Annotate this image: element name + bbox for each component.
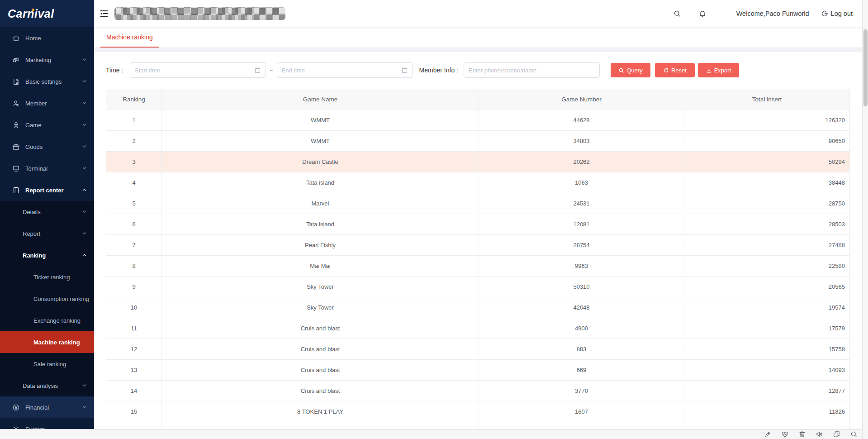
sidebar-item-ranking[interactable]: Ranking: [0, 244, 94, 266]
table-row[interactable]: 10 Sky Tower 42048 19574: [106, 297, 850, 318]
cell-ranking: 10: [106, 297, 162, 318]
goods-icon: [12, 143, 20, 151]
cell-game-number: 883: [479, 339, 684, 360]
ranking-table: Ranking Game Name Game Number Total inse…: [106, 89, 850, 429]
table-row[interactable]: 1 WMMT 44628 126320: [106, 110, 850, 131]
table-row[interactable]: 3 Dream Castle 20262 50294: [106, 152, 850, 172]
search-icon[interactable]: [673, 10, 681, 18]
cell-game-name: Tata island: [162, 214, 479, 235]
chevron-down-icon: [81, 122, 87, 128]
end-time-input[interactable]: [277, 62, 413, 78]
sidebar-collapse-icon[interactable]: [99, 8, 109, 19]
heart-pulse-icon[interactable]: [781, 430, 789, 438]
table-row[interactable]: 12 Cruis and blast 883 15758: [106, 339, 850, 360]
cell-total-insert: 17579: [684, 318, 850, 339]
logout-button[interactable]: Log out: [821, 10, 853, 17]
cell-game-number: 44628: [479, 110, 684, 131]
chevron-up-icon: [81, 252, 87, 258]
chevron-down-icon: [81, 57, 87, 62]
table-row[interactable]: 14 Cruis and blast 3770 12877: [106, 381, 850, 401]
page-scrollbar[interactable]: [862, 0, 868, 439]
cell-game-number: 669: [479, 360, 684, 381]
sidebar: Carnival Home Marketing Basic settings M…: [0, 0, 94, 439]
cell-game-number: 24531: [479, 193, 684, 214]
cell-game-name: Tata island: [162, 172, 479, 193]
sidebar-item-sale-ranking[interactable]: Sale ranking: [0, 353, 94, 375]
member-icon: [12, 100, 20, 107]
table-body-partial: [106, 422, 850, 429]
bottom-toolbar: [0, 429, 862, 439]
sidebar-item-terminal[interactable]: Terminal: [0, 157, 94, 179]
marketing-icon: [12, 56, 20, 64]
table-row[interactable]: 2 WMMT 34803 90650: [106, 131, 850, 152]
basic-settings-icon: [12, 78, 20, 86]
sidebar-item-report[interactable]: Report: [0, 223, 94, 244]
cell-total-insert: 12877: [684, 381, 850, 401]
table-row[interactable]: 7 Pearl Fishly 28754 27488: [106, 235, 850, 256]
chevron-down-icon: [81, 165, 87, 171]
table-row[interactable]: 13 Cruis and blast 669 14093: [106, 360, 850, 381]
cell-ranking: 3: [106, 152, 162, 172]
reset-button[interactable]: Reset: [655, 63, 695, 77]
sidebar-item-data-analysis[interactable]: Data analysis: [0, 375, 94, 396]
cell-game-number: 28754: [479, 235, 684, 256]
member-info-label: Member Info :: [419, 67, 458, 74]
cell-total-insert: 20565: [684, 277, 850, 297]
end-time-field[interactable]: [282, 67, 401, 74]
home-icon: [12, 34, 20, 42]
table-row[interactable]: 9 Sky Tower 50310 20565: [106, 277, 850, 297]
cell-game-name: Dream Castle: [162, 152, 479, 172]
sidebar-item-goods[interactable]: Goods: [0, 136, 94, 157]
sidebar-item-marketing[interactable]: Marketing: [0, 49, 94, 71]
table-row[interactable]: 8 Mai Mai 9963 22580: [106, 256, 850, 277]
sidebar-item-consumption-ranking[interactable]: Consumption ranking: [0, 288, 94, 310]
scrollbar-thumb[interactable]: [863, 29, 868, 106]
sidebar-item-basic-settings[interactable]: Basic settings: [0, 71, 94, 92]
chevron-up-icon: [81, 187, 87, 193]
game-icon: [12, 121, 20, 129]
cell-ranking: 1: [106, 110, 162, 131]
member-info-field[interactable]: [469, 67, 595, 74]
cell-game-number: 20262: [479, 152, 684, 172]
cell-total-insert: 126320: [684, 110, 850, 131]
sidebar-item-machine-ranking[interactable]: Machine ranking: [0, 331, 94, 353]
logo-band: Carnival: [0, 0, 94, 27]
logout-icon: [821, 10, 828, 17]
sidebar-item-game[interactable]: Game: [0, 114, 94, 136]
tab-machine-ranking[interactable]: Machine ranking: [100, 27, 159, 48]
cell-total-insert: 38448: [684, 172, 850, 193]
sidebar-item-financial[interactable]: Financial: [0, 396, 94, 418]
magnifier-icon[interactable]: [850, 430, 858, 438]
cell-total-insert: 11826: [684, 401, 850, 422]
cell-ranking: 2: [106, 131, 162, 152]
cell-ranking: 9: [106, 277, 162, 297]
start-time-input[interactable]: [130, 62, 266, 78]
export-button[interactable]: Export: [698, 63, 739, 77]
rocket-icon[interactable]: [764, 430, 772, 438]
sidebar-item-home[interactable]: Home: [0, 27, 94, 49]
chevron-down-icon: [81, 143, 87, 149]
trash-icon[interactable]: [798, 430, 806, 438]
cell-ranking: 13: [106, 360, 162, 381]
sidebar-item-details[interactable]: Details: [0, 201, 94, 223]
table-row[interactable]: 15 8 TOKEN 1 PLAY 1607 11826: [106, 401, 850, 422]
sidebar-item-member[interactable]: Member: [0, 92, 94, 114]
speaker-icon[interactable]: [816, 430, 823, 438]
query-button[interactable]: Query: [611, 63, 650, 77]
sidebar-item-report-center[interactable]: Report center: [0, 179, 94, 201]
bell-icon[interactable]: [698, 10, 707, 18]
terminal-icon: [12, 165, 20, 172]
sidebar-item-ticket-ranking[interactable]: Ticket ranking: [0, 266, 94, 288]
cell-game-number: 42048: [479, 297, 684, 318]
table-row[interactable]: 11 Cruis and blast 4900 17579: [106, 318, 850, 339]
table-row[interactable]: 6 Tata island 12081 28503: [106, 214, 850, 235]
table-row[interactable]: 4 Tata island 1063 38448: [106, 172, 850, 193]
windows-restore-icon[interactable]: [833, 430, 840, 438]
cell-game-name: WMMT: [162, 110, 479, 131]
sidebar-item-exchange-ranking[interactable]: Exchange ranking: [0, 310, 94, 331]
cell-game-number: 12081: [479, 214, 684, 235]
start-time-field[interactable]: [135, 67, 254, 74]
welcome-text: Welcome,Paco Funworld: [736, 10, 809, 17]
table-row[interactable]: 5 Marvel 24531 28750: [106, 193, 850, 214]
member-info-input[interactable]: [464, 62, 600, 78]
